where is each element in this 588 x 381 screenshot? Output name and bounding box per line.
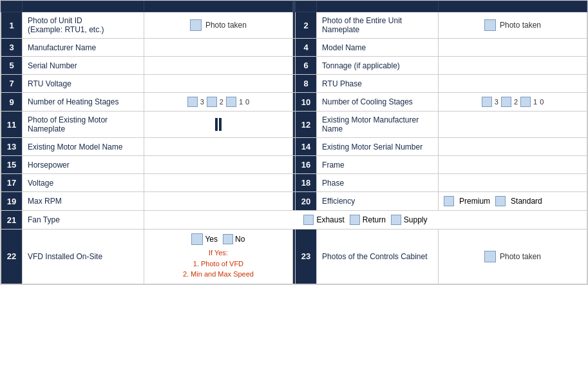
question-7: RTU Voltage [23,75,144,93]
photo-checkbox[interactable] [484,19,496,31]
row-num-5: 5 [1,57,23,75]
answer-4 [439,39,587,57]
fan-checkbox-supply[interactable] [391,215,401,225]
question-3: Manufacturer Name [23,39,144,57]
question-14: Existing Motor Serial Number [317,138,439,156]
row-num-17: 17 [1,174,23,192]
row-num-2: 2 [296,12,317,39]
question-4: Model Name [317,39,439,57]
question-12: Existing Motor Manufacturer Name [317,112,439,138]
question-17: Voltage [23,174,144,192]
row-num-12: 12 [296,112,317,138]
fan-checkbox-return[interactable] [350,215,360,225]
answer-22: Yes No If Yes: 1. Photo of VFD 2. Min an… [144,230,292,284]
question-19: Max RPM [23,192,144,211]
answer-2: Photo taken [439,12,587,39]
fan-item-supply: Supply [391,215,428,225]
vfd-no-item: No [223,234,245,244]
question-6: Tonnage (if applicable) [317,57,439,75]
stage-label-0: 0 [245,98,249,106]
answer-6 [439,57,587,75]
photo-label: Photo taken [500,252,541,261]
stage-checkbox-3[interactable] [482,97,492,107]
question-16: Frame [317,156,439,174]
row-num-23: 23 [296,230,317,284]
row-num-20: 20 [296,192,317,211]
fan-label-supply: Supply [404,215,428,224]
eff-premium-checkbox[interactable] [444,196,454,206]
answer-20: Premium Standard [439,192,587,211]
answer-18 [439,174,587,192]
question-21: Fan Type [23,211,144,230]
row-num-18: 18 [296,174,317,192]
answer-21: Exhaust Return Supply [144,211,587,230]
answer-8 [439,75,587,93]
row-num-16: 16 [296,156,317,174]
question-22: VFD Installed On-Site [23,230,144,284]
question-2: Photo of the Entire Unit Nameplate [317,12,439,39]
question-10: Number of Cooling Stages [317,93,439,112]
main-table-wrapper: 1 Photo of Unit ID(Example: RTU1, etc.) … [0,0,588,285]
answer-3 [144,39,292,57]
eff-premium-label: Premium [459,197,490,206]
row-num-14: 14 [296,138,317,156]
row-num-15: 15 [1,156,23,174]
eff-standard-label: Standard [511,197,542,206]
question-23: Photos of the Controls Cabinet [317,230,439,284]
row-num-11: 11 [1,112,23,138]
question-20: Efficiency [317,192,439,211]
stage-checkbox-1[interactable] [520,97,531,107]
fan-item-return: Return [350,215,386,225]
fan-item-exhaust: Exhaust [303,215,344,225]
row-num-9: 9 [1,93,23,112]
stage-checkbox-2[interactable] [501,97,511,107]
answer-23: Photo taken [439,230,587,284]
answer-16 [439,156,587,174]
stage-checkbox-1[interactable] [226,97,236,107]
vfd-if-yes-label: If Yes: [209,249,228,257]
row-num-4: 4 [296,39,317,57]
answer-17 [144,174,292,192]
vfd-yes-item: Yes [191,233,218,245]
answer-1: Photo taken [144,12,292,39]
header-answer-left [144,1,292,12]
stage-label-2: 2 [220,98,223,106]
stage-checkbox-3[interactable] [187,97,198,107]
answer-14 [439,138,587,156]
header-question-right [317,1,439,12]
vfd-no-checkbox[interactable] [223,234,233,244]
vfd-yes-checkbox[interactable] [191,233,203,245]
question-18: Phase [317,174,439,192]
row-num-22: 22 [1,230,23,284]
motor-bar-2 [219,118,222,131]
question-1: Photo of Unit ID(Example: RTU1, etc.) [23,12,144,39]
answer-9: 3210 [144,93,292,112]
motor-bar-1 [215,118,218,131]
answer-15 [144,156,292,174]
stage-label-3: 3 [200,98,204,106]
question-11: Photo of Existing Motor Nameplate [23,112,144,138]
question-8: RTU Phase [317,75,439,93]
header-num-left [1,1,23,12]
fan-checkbox-exhaust[interactable] [303,215,314,225]
vfd-yes-label: Yes [205,235,218,244]
vfd-if-yes-section: If Yes: 1. Photo of VFD 2. Min and Max S… [149,248,287,280]
stage-label-0: 0 [540,98,544,106]
answer-5 [144,57,292,75]
question-5: Serial Number [23,57,144,75]
answer-7 [144,75,292,93]
row-num-6: 6 [296,57,317,75]
stage-label-2: 2 [514,98,518,106]
answer-13 [144,138,292,156]
photo-checkbox[interactable] [190,19,202,31]
answer-11 [144,112,292,138]
fan-label-return: Return [363,215,386,224]
eff-standard-checkbox[interactable] [495,196,506,206]
stage-label-1: 1 [533,98,537,106]
row-num-8: 8 [296,75,317,93]
stage-checkbox-2[interactable] [207,97,217,107]
vfd-item-1: 1. Photo of VFD [193,260,243,268]
stage-label-3: 3 [495,98,498,106]
question-13: Existing Motor Model Name [23,138,144,156]
photo-checkbox[interactable] [484,251,496,262]
